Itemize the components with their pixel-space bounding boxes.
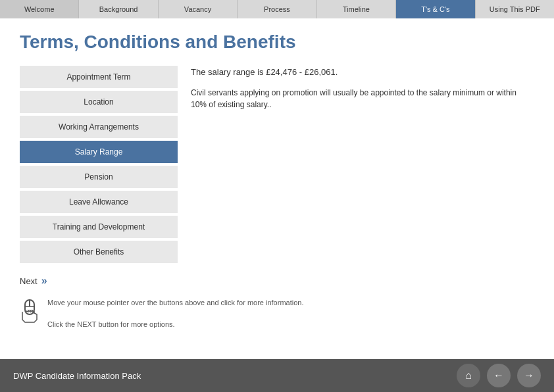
top-navigation: WelcomeBackgroundVacancyProcessTimelineT… <box>0 0 554 18</box>
footer-title: DWP Candidate Information Pack <box>13 371 141 381</box>
nav-item-vacancy[interactable]: Vacancy <box>159 0 238 18</box>
next-area: Next » <box>20 275 534 287</box>
nav-item-timeline[interactable]: Timeline <box>317 0 396 18</box>
salary-info-text: Civil servants applying on promotion wil… <box>191 87 534 110</box>
mouse-pointer-icon <box>20 299 39 324</box>
page-title: Terms, Conditions and Benefits <box>20 32 534 53</box>
sidebar-menu: Appointment TermLocationWorking Arrangem… <box>20 66 178 263</box>
next-label: Next <box>20 276 38 286</box>
salary-range-text: The salary range is £24,476 - £26,061. <box>191 66 534 79</box>
main-content: Terms, Conditions and Benefits Appointme… <box>0 18 554 359</box>
right-content-area: The salary range is £24,476 - £26,061. C… <box>191 66 534 263</box>
sidebar-item-location[interactable]: Location <box>20 91 178 113</box>
next-arrows-icon[interactable]: » <box>41 275 47 287</box>
nav-item-process[interactable]: Process <box>238 0 316 18</box>
sidebar-item-appointment-term[interactable]: Appointment Term <box>20 66 178 88</box>
sidebar-item-training-development[interactable]: Training and Development <box>20 216 178 238</box>
help-line-2: Click the NEXT button for more options. <box>47 320 175 328</box>
help-text-block: Move your mouse pointer over the buttons… <box>47 297 303 330</box>
sidebar-item-working-arrangements[interactable]: Working Arrangements <box>20 116 178 138</box>
nav-item-welcome[interactable]: Welcome <box>0 0 79 18</box>
nav-item-background[interactable]: Background <box>79 0 158 18</box>
footer-nav-icons: ⌂ ← → <box>457 364 541 387</box>
nav-item-ts-cs[interactable]: T's & C's <box>396 0 475 18</box>
content-layout: Appointment TermLocationWorking Arrangem… <box>20 66 534 263</box>
footer: DWP Candidate Information Pack ⌂ ← → <box>0 359 554 392</box>
sidebar-item-salary-range[interactable]: Salary Range <box>20 141 178 163</box>
sidebar-item-other-benefits[interactable]: Other Benefits <box>20 241 178 263</box>
sidebar-item-leave-allowance[interactable]: Leave Allowance <box>20 191 178 213</box>
help-area: Move your mouse pointer over the buttons… <box>20 297 534 330</box>
back-button[interactable]: ← <box>487 364 511 387</box>
sidebar-item-pension[interactable]: Pension <box>20 166 178 188</box>
help-line-1: Move your mouse pointer over the buttons… <box>47 299 303 306</box>
home-button[interactable]: ⌂ <box>457 364 480 387</box>
forward-button[interactable]: → <box>517 364 541 387</box>
nav-item-using-pdf[interactable]: Using This PDF <box>476 0 554 18</box>
